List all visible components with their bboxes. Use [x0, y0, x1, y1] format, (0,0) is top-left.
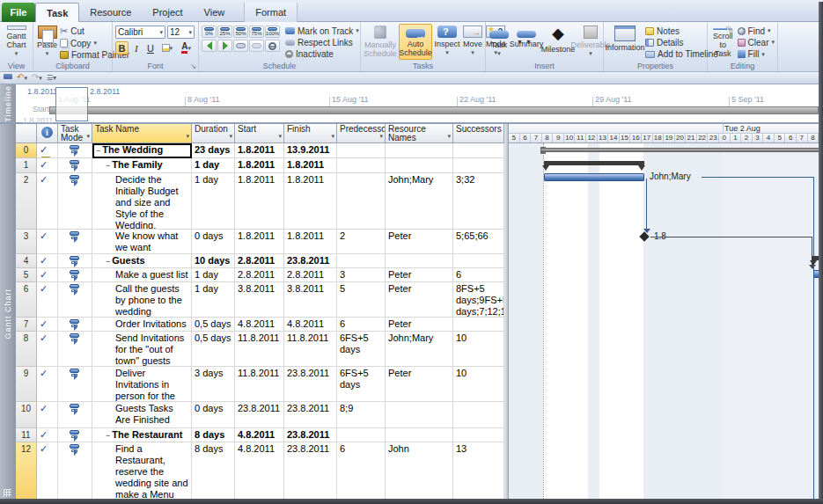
predecessor-cell[interactable]: 3 — [337, 268, 386, 282]
task-mode-cell[interactable] — [58, 402, 92, 428]
successors-cell[interactable]: 10 — [453, 332, 504, 367]
row-id-cell[interactable]: 5 — [16, 268, 37, 282]
row-id-cell[interactable]: 2 — [16, 173, 37, 230]
move-button[interactable]: Move ▾ — [462, 24, 483, 60]
predecessor-cell[interactable]: 8;9 — [337, 402, 386, 428]
font-color-button[interactable]: A▾ — [177, 41, 195, 55]
finish-cell[interactable]: 23.8.2011 — [284, 442, 337, 504]
indicator-cell[interactable]: ✓ — [37, 173, 58, 230]
successors-cell[interactable] — [453, 428, 504, 442]
finish-cell[interactable]: 13.9.2011 — [284, 143, 337, 158]
row-id-cell[interactable]: 0 — [16, 143, 37, 158]
unlink-tasks-button[interactable] — [249, 40, 264, 52]
duration-cell[interactable]: 10 days — [192, 254, 235, 268]
start-cell[interactable]: 1.8.2011 — [235, 173, 284, 230]
predecessor-cell[interactable]: 6 — [337, 442, 386, 504]
duration-cell[interactable]: 8 days — [192, 428, 235, 442]
indicator-cell[interactable]: ✓ — [37, 268, 58, 282]
task-name-cell[interactable]: Order Invitations — [92, 318, 192, 332]
collapse-icon[interactable]: − — [96, 146, 100, 155]
row-id-cell[interactable]: 8 — [16, 332, 37, 367]
resource-names-cell[interactable]: John;Mary — [386, 173, 453, 230]
indicator-cell[interactable]: ✓ — [37, 230, 58, 254]
timeline-view-strip[interactable]: Timeline — [0, 84, 16, 122]
font-size-combo[interactable]: 12▾ — [167, 26, 195, 39]
task-name-cell[interactable]: Deliver Invitations in person for the "i… — [92, 367, 192, 402]
tab-task[interactable]: Task — [35, 3, 79, 22]
task-name-cell[interactable]: Make a guest list — [92, 268, 192, 282]
start-cell[interactable]: 2.8.2011 — [235, 254, 284, 268]
percent-complete-75-button[interactable]: 75% — [249, 26, 264, 38]
duration-cell[interactable]: 0,5 days — [192, 318, 235, 332]
duration-cell[interactable]: 8 days — [192, 442, 235, 504]
respect-links-button[interactable]: Respect Links — [285, 37, 359, 47]
task-name-cell[interactable]: −The Wedding — [92, 143, 192, 158]
successors-cell[interactable] — [453, 143, 504, 158]
insert-milestone-button[interactable]: ◆ Milestone — [543, 24, 573, 60]
resource-names-cell[interactable] — [386, 143, 453, 158]
paste-button[interactable]: Paste ▾ — [36, 24, 58, 60]
timeline-band[interactable] — [49, 106, 819, 114]
successors-cell[interactable]: 5;65;66 — [453, 230, 504, 254]
filter-dropdown-icon[interactable]: ▾ — [447, 132, 451, 141]
summary-bar-family-meeting[interactable] — [544, 161, 644, 165]
task-mode-cell[interactable] — [58, 143, 92, 158]
predecessor-cell[interactable]: 6FS+5 days — [337, 367, 386, 402]
indicator-cell[interactable]: ✓ — [37, 402, 58, 428]
tab-project[interactable]: Project — [142, 3, 193, 22]
duration-cell[interactable]: 0 days — [192, 230, 235, 254]
timeline-view-window[interactable] — [55, 87, 88, 121]
insert-deliverable-button[interactable]: Deliverable ▾ — [575, 24, 606, 60]
row-id-cell[interactable]: 6 — [16, 282, 37, 318]
task-mode-cell[interactable] — [58, 367, 92, 402]
tab-resource[interactable]: Resource — [79, 3, 142, 22]
resource-names-cell[interactable]: Peter — [386, 268, 453, 282]
filter-dropdown-icon[interactable]: ▾ — [379, 132, 383, 141]
task-bar-decide-budget[interactable] — [544, 173, 644, 181]
resource-names-cell[interactable] — [386, 254, 453, 268]
successors-cell[interactable] — [453, 254, 504, 268]
start-cell[interactable]: 11.8.2011 — [235, 332, 284, 367]
filter-dropdown-icon[interactable]: ▾ — [278, 132, 282, 141]
tab-view[interactable]: View — [194, 3, 236, 22]
finish-cell[interactable]: 4.8.2011 — [284, 318, 337, 332]
task-mode-cell[interactable] — [58, 254, 92, 268]
resource-names-cell[interactable] — [386, 428, 453, 442]
start-cell[interactable]: 4.8.2011 — [235, 442, 284, 504]
resource-names-cell[interactable]: Peter — [386, 318, 453, 332]
indicator-cell[interactable]: ✓ — [37, 158, 58, 173]
column-header-res[interactable]: Resource Names▾ — [386, 124, 453, 143]
task-name-cell[interactable]: We know what we want — [92, 230, 192, 254]
underline-button[interactable]: U — [143, 41, 157, 55]
mark-on-track-button[interactable]: Mark on Track▾ — [285, 26, 359, 36]
row-id-cell[interactable]: 12 — [16, 442, 37, 504]
indicator-cell[interactable]: ✓ — [37, 143, 58, 158]
tab-format[interactable]: Format — [244, 3, 298, 22]
link-tasks-button[interactable] — [233, 40, 248, 52]
column-header-duration[interactable]: Duration▾ — [192, 124, 235, 143]
finish-cell[interactable]: 11.8.2011 — [284, 332, 337, 367]
task-name-cell[interactable]: Decide the Initially Budget and size and… — [92, 173, 192, 230]
duration-cell[interactable]: 0 days — [192, 402, 235, 428]
percent-complete-50-button[interactable]: 50% — [233, 26, 248, 38]
font-family-combo[interactable]: Calibri▾ — [115, 26, 165, 39]
resource-names-cell[interactable]: Peter — [386, 230, 453, 254]
column-header-mode[interactable]: Task Mode▾ — [58, 124, 92, 143]
indicator-cell[interactable]: ✓ — [37, 442, 58, 504]
manually-schedule-button[interactable]: Manually Schedule — [364, 24, 397, 60]
task-mode-cell[interactable] — [58, 268, 92, 282]
duration-cell[interactable]: 0,5 days — [192, 332, 235, 367]
collapse-icon[interactable]: − — [106, 161, 110, 170]
task-mode-cell[interactable] — [58, 332, 92, 367]
start-cell[interactable]: 1.8.2011 — [235, 230, 284, 254]
filter-dropdown-icon[interactable]: ▾ — [186, 132, 189, 141]
finish-cell[interactable]: 1.8.2011 — [284, 230, 337, 254]
inactivate-button[interactable]: Inactivate — [285, 49, 359, 60]
predecessor-cell[interactable] — [337, 158, 386, 173]
background-color-button[interactable]: ▾ — [158, 41, 176, 55]
information-button[interactable]: Information — [606, 24, 643, 60]
fill-button[interactable]: Fill▾ — [738, 49, 775, 60]
row-id-cell[interactable]: 7 — [16, 318, 37, 332]
task-mode-cell[interactable] — [58, 282, 92, 318]
column-header-succ[interactable]: Successors — [453, 124, 504, 143]
